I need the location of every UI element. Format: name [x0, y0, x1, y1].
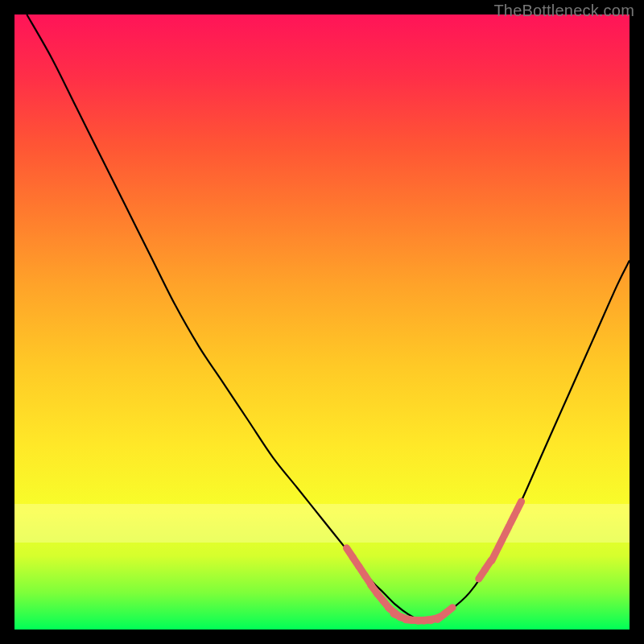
right-ascent-markers-seg — [497, 539, 502, 549]
right-ascent-markers-seg — [504, 526, 509, 537]
bottom-floor-markers-seg — [444, 608, 452, 615]
right-ascent-markers-seg — [510, 514, 515, 524]
plot-area — [14, 14, 630, 630]
curve-layer — [14, 14, 630, 630]
bottleneck-curve — [27, 14, 630, 621]
chart-container: TheBottleneck.com — [0, 0, 644, 644]
right-ascent-markers-seg — [516, 502, 521, 512]
right-ascent-markers-seg — [492, 551, 497, 561]
attribution-text: TheBottleneck.com — [493, 2, 634, 20]
